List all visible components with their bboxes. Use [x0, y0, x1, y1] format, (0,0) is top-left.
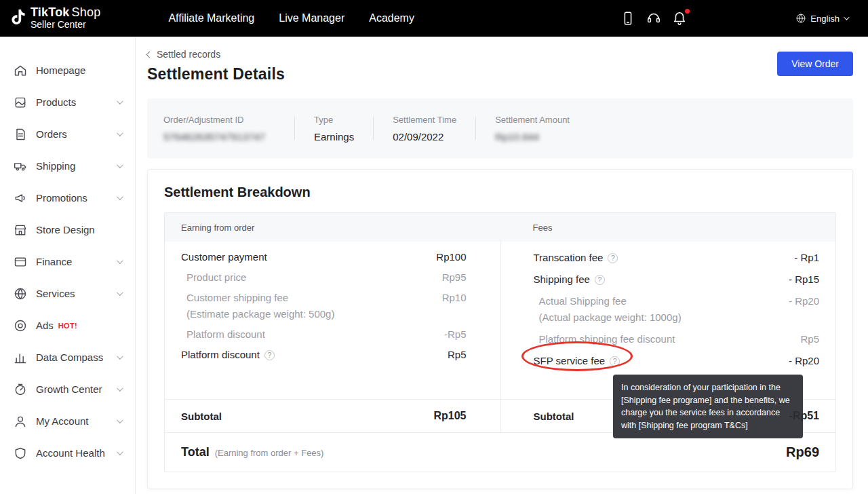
help-icon[interactable] [608, 253, 618, 263]
breadcrumb-settled-records[interactable]: Settled records [147, 49, 220, 60]
row-value: Rp5 [800, 332, 819, 347]
person-icon [14, 415, 27, 428]
sidebar-item-label: Growth Center [36, 383, 102, 395]
navbar-icon-group [620, 11, 687, 26]
chevron-down-icon [117, 162, 123, 168]
tiktok-logo-icon [11, 9, 26, 28]
subtotal-label: Subtotal [181, 411, 222, 422]
row-value: - Rp1 [794, 250, 819, 265]
storefront-icon [14, 223, 27, 237]
sidebar-item-promotions[interactable]: Promotions [0, 182, 135, 214]
nav-item-affiliate-marketing[interactable]: Affiliate Marketing [168, 12, 254, 24]
summary-field-settlement-amount: Settlement Amount Rp10.644 [495, 115, 570, 142]
chevron-down-icon [117, 98, 123, 104]
bar-chart-icon [14, 351, 27, 364]
table-row-customer-payment: Customer payment Rp100 [165, 247, 500, 267]
row-label: Shipping fee [534, 272, 590, 287]
field-value: 02/09/2022 [393, 131, 456, 142]
row-value: Rp100 [436, 250, 466, 265]
help-icon[interactable] [610, 356, 620, 366]
row-value: - Rp20 [789, 294, 819, 309]
growth-gauge-icon [14, 383, 27, 396]
mobile-app-icon[interactable] [620, 11, 635, 26]
row-label: Platform discount [181, 347, 260, 362]
chevron-down-icon [117, 289, 123, 296]
language-switcher[interactable]: English [795, 13, 848, 24]
row-label: SFP service fee [534, 354, 606, 368]
field-label: Settlement Amount [495, 115, 570, 125]
table-row-actual-shipping-fee: Actual Shipping fee (Actual package weig… [501, 290, 836, 328]
summary-field-type: Type Earnings [314, 115, 354, 142]
sidebar-item-label: Services [36, 288, 75, 299]
sidebar-item-my-account[interactable]: My Account [0, 405, 135, 437]
row-label: Platform shipping fee discount [539, 332, 675, 347]
sidebar-item-products[interactable]: Products [0, 86, 135, 118]
help-icon[interactable] [264, 350, 275, 360]
subtotal-earning: Subtotal Rp105 [165, 400, 500, 432]
nav-item-academy[interactable]: Academy [369, 12, 414, 24]
brand-seller-center: Seller Center [31, 20, 100, 30]
brand-logo[interactable]: TikTokShop Seller Center [11, 6, 100, 30]
main-content: Settled records Settlement Details View … [136, 37, 868, 494]
sidebar-item-label: Data Compass [36, 352, 103, 363]
brand-text: TikTokShop Seller Center [31, 6, 100, 30]
chevron-down-icon [117, 193, 123, 200]
field-label: Settlement Time [393, 115, 456, 125]
table-row-customer-shipping-fee: Customer shipping fee (Estimate package … [165, 288, 500, 324]
sidebar-item-label: Ads [36, 320, 54, 331]
sidebar-item-ads[interactable]: Ads HOT! [0, 309, 135, 341]
table-row-shipping-fee: Shipping fee - Rp15 [501, 269, 836, 290]
sidebar-item-label: Store Design [36, 224, 95, 235]
support-headset-icon[interactable] [646, 11, 661, 26]
sfp-tooltip: In consideration of your participation i… [613, 375, 803, 438]
chevron-down-icon [117, 257, 123, 264]
table-row-platform-discount: Platform discount Rp5 [165, 345, 500, 365]
hot-badge: HOT! [58, 322, 77, 330]
sidebar-item-shipping[interactable]: Shipping [0, 150, 135, 182]
table-row-sfp-service-fee: SFP service fee - Rp20 [501, 350, 836, 372]
sidebar-item-account-health[interactable]: Account Health [0, 437, 135, 469]
divider [475, 117, 476, 140]
total-label: Total [181, 445, 210, 459]
settlement-breakdown-card: Settlement Breakdown Earning from order … [147, 169, 853, 489]
home-icon [14, 64, 27, 77]
row-label: Product price [186, 270, 246, 285]
sidebar-item-growth-center[interactable]: Growth Center [0, 373, 135, 405]
notification-bell-icon[interactable] [672, 11, 687, 26]
sidebar-item-data-compass[interactable]: Data Compass [0, 341, 135, 373]
row-label: Customer shipping fee [186, 290, 288, 305]
orders-icon [14, 128, 27, 141]
subtotal-value: Rp105 [433, 410, 466, 422]
top-navbar: TikTokShop Seller Center Affiliate Marke… [0, 0, 868, 37]
sidebar-item-label: Products [36, 96, 76, 108]
language-label: English [810, 14, 840, 24]
field-value: Earnings [314, 131, 354, 142]
ads-icon [14, 319, 27, 332]
table-row-platform-shipping-fee-discount: Platform shipping fee discount Rp5 [501, 328, 836, 350]
total-note: (Earning from order + Fees) [215, 448, 324, 458]
row-value: Rp95 [442, 270, 467, 285]
help-icon[interactable] [595, 275, 605, 285]
row-label: Actual Shipping fee [539, 294, 627, 309]
sidebar-item-label: Account Health [36, 447, 105, 459]
sidebar-item-services[interactable]: Services [0, 278, 135, 309]
products-icon [14, 96, 27, 109]
nav-item-live-manager[interactable]: Live Manager [279, 12, 344, 24]
sidebar-item-finance[interactable]: Finance [0, 246, 135, 278]
sidebar-item-orders[interactable]: Orders [0, 118, 135, 150]
summary-field-order-id: Order/Adjustment ID 576462635747913747 [163, 115, 275, 142]
sidebar-item-homepage[interactable]: Homepage [0, 54, 135, 86]
chevron-down-icon [117, 385, 123, 392]
field-label: Order/Adjustment ID [163, 115, 275, 125]
shield-icon [14, 446, 27, 460]
settlement-summary-card: Order/Adjustment ID 576462635747913747 T… [147, 98, 853, 158]
sidebar-item-store-design[interactable]: Store Design [0, 214, 135, 246]
chevron-down-icon [117, 417, 123, 423]
view-order-button[interactable]: View Order [777, 52, 853, 76]
subtotal-label: Subtotal [534, 411, 574, 422]
page-title: Settlement Details [147, 65, 285, 83]
field-label: Type [314, 115, 354, 125]
top-nav-menu: Affiliate Marketing Live Manager Academy [168, 12, 414, 24]
row-value: - Rp15 [789, 272, 819, 287]
services-globe-icon [14, 287, 27, 301]
